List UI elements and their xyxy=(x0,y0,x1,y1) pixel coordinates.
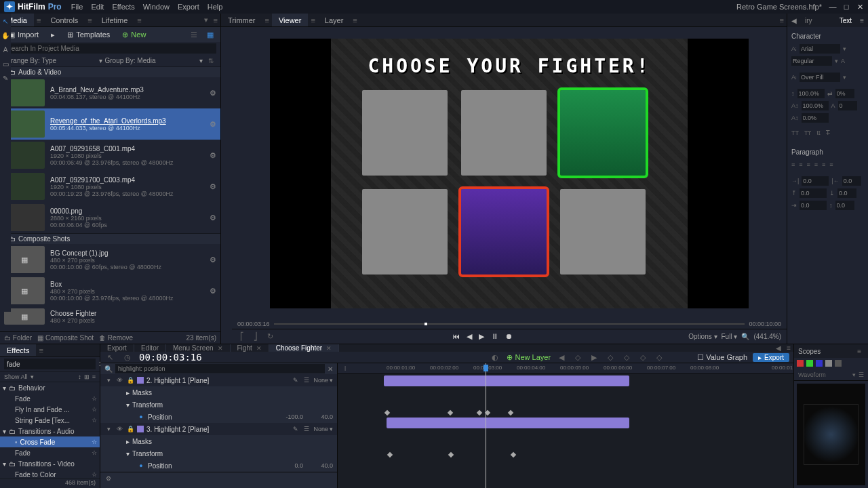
scope-mode-icon[interactable] xyxy=(835,360,842,367)
align-justify-icon[interactable]: ≡ xyxy=(822,161,825,168)
nav-back-icon[interactable]: ◀ xyxy=(773,344,784,352)
case-lower-icon[interactable]: tt xyxy=(817,129,821,136)
keyframe-toggle-icon[interactable]: ● xyxy=(137,413,145,420)
effects-item[interactable]: Fade to Color☆ xyxy=(0,469,100,479)
templates-button[interactable]: ⊞ Templates xyxy=(63,28,114,41)
sort-icon[interactable]: ⇅ xyxy=(205,57,216,64)
scope-blue-icon[interactable] xyxy=(816,360,823,367)
weight-select[interactable] xyxy=(791,56,832,66)
maximize-icon[interactable]: □ xyxy=(842,3,850,12)
lock-icon[interactable]: 🔒 xyxy=(126,377,134,384)
effects-search-input[interactable] xyxy=(4,359,96,369)
nav-back-icon[interactable]: ◀ xyxy=(787,17,801,24)
kf-tool-icon[interactable]: ◇ xyxy=(654,353,665,362)
bold-icon[interactable]: A xyxy=(841,58,845,64)
new-button[interactable]: ⊕ New xyxy=(118,28,150,41)
show-all-dropdown[interactable]: Show All xyxy=(4,373,28,380)
space-after-input[interactable] xyxy=(837,188,856,198)
favorite-icon[interactable]: ☆ xyxy=(92,417,97,424)
effects-item[interactable]: Fade☆ xyxy=(0,447,100,458)
scale-v-input[interactable] xyxy=(797,89,825,98)
gear-icon[interactable]: ⚙ xyxy=(210,182,216,191)
position-x-value[interactable]: -100.0 xyxy=(276,413,303,420)
media-item[interactable]: A_Brand_New_Adventure.mp3 00:04:08.137, … xyxy=(0,77,220,108)
property-row[interactable]: ● Position -100.0 40.0 xyxy=(100,411,337,423)
prev-kf-icon[interactable]: ◀ xyxy=(556,353,567,362)
menu-edit[interactable]: Edit xyxy=(91,3,104,11)
hand-tool-icon[interactable]: ✋ xyxy=(1,32,9,39)
keyframe[interactable] xyxy=(508,410,513,415)
keyframe[interactable] xyxy=(448,410,453,415)
zoom-icon[interactable]: 🔍 xyxy=(741,333,749,340)
group-by-select[interactable]: Group By: Media ▾ xyxy=(105,57,203,64)
layer-row[interactable]: ▾ 👁 🔒 2. Highlight 1 [Plane] ✎ ☰ None ▾ xyxy=(100,374,337,386)
clip-highlight-2[interactable] xyxy=(387,418,629,428)
tab-close-icon[interactable]: ✕ xyxy=(326,345,332,352)
favorite-icon[interactable]: ☆ xyxy=(92,439,97,445)
position-y-value[interactable]: 40.0 xyxy=(306,462,333,469)
stop-icon[interactable]: ⏺ xyxy=(505,332,513,341)
tab-grip-icon[interactable]: ≡ xyxy=(34,16,43,24)
tab-grip-icon[interactable]: ≡ xyxy=(350,16,359,24)
effects-item[interactable]: Fly In and Fade ...☆ xyxy=(0,404,100,415)
tab-editor[interactable]: Editor xyxy=(134,344,166,352)
timecode-display[interactable]: 00:00:03:16 xyxy=(139,352,202,363)
tab-history[interactable]: iry xyxy=(801,17,816,24)
effects-folder[interactable]: ▾🗀Transitions - Audio xyxy=(0,426,100,436)
menu-effects[interactable]: Effects xyxy=(112,3,134,11)
space-before-input[interactable] xyxy=(800,188,827,198)
minimize-icon[interactable]: — xyxy=(829,3,837,12)
gear-icon[interactable]: ⚙ xyxy=(210,89,216,98)
kf-tool-icon[interactable]: ◇ xyxy=(605,353,616,362)
scrub-track[interactable] xyxy=(274,323,745,325)
tab-grip-icon[interactable]: ≡ xyxy=(85,16,94,24)
favorite-icon[interactable]: ☆ xyxy=(92,449,97,456)
indent-left-input[interactable] xyxy=(802,176,829,186)
tab-export[interactable]: Export xyxy=(100,344,134,352)
viewer-canvas[interactable]: CHOOSE YOUR FIGHTER! xyxy=(270,39,749,308)
snap-icon[interactable]: ◐ xyxy=(489,353,501,362)
effects-folder[interactable]: ▾🗀Behavior xyxy=(0,382,100,393)
media-item[interactable]: A007_09291700_C003.mp4 1920 × 1080 pixel… xyxy=(0,171,220,202)
align-justify-icon[interactable]: ≡ xyxy=(829,161,833,168)
chevron-down-icon[interactable]: ▾ xyxy=(835,58,838,64)
first-line-input[interactable] xyxy=(800,201,827,210)
collapse-icon[interactable]: ▾ xyxy=(126,450,130,458)
collapse-icon[interactable]: ▾ xyxy=(104,377,113,384)
scope-luma-icon[interactable] xyxy=(825,360,832,367)
kf-tool-icon[interactable]: ◇ xyxy=(621,353,632,362)
prev-frame-icon[interactable]: ◀ xyxy=(467,332,472,341)
timeline-tracks[interactable]: | 00:00:01:00 00:00:02:00 00:00:03:00 00… xyxy=(338,363,793,488)
chevron-down-icon[interactable]: ▾ xyxy=(843,45,846,52)
media-item[interactable]: Revenge_of_the_Atari_Overlords.mp3 00:05… xyxy=(0,108,220,140)
panel-menu-icon[interactable]: ≡ xyxy=(784,344,793,352)
tab-effects[interactable]: Effects xyxy=(0,344,36,356)
panel-menu-icon[interactable]: ≡ xyxy=(854,348,864,355)
gear-icon[interactable]: ⚙ xyxy=(104,475,113,482)
tab-lifetime[interactable]: Lifetime xyxy=(95,14,135,26)
menu-help[interactable]: Help xyxy=(208,3,223,11)
section-audio-video[interactable]: ▾ 🗀 Audio & Video xyxy=(0,66,220,77)
property-row[interactable]: ▾ Transform xyxy=(100,399,337,411)
stopwatch-icon[interactable]: ◷ xyxy=(121,353,134,362)
keyframe-toggle-icon[interactable]: ● xyxy=(137,462,145,469)
fx-icon[interactable]: ☰ xyxy=(302,377,311,384)
effects-folder[interactable]: ▾🗀Transitions - Video xyxy=(0,458,100,469)
view-list-icon[interactable]: ☰ xyxy=(188,30,200,39)
gear-icon[interactable]: ⚙ xyxy=(210,120,216,129)
tab-close-icon[interactable]: ✕ xyxy=(256,345,262,352)
layer-filter-input[interactable] xyxy=(115,364,325,373)
play-icon[interactable]: ▶ xyxy=(479,332,484,341)
scope-settings-icon[interactable]: ☰ xyxy=(859,371,864,378)
media-item[interactable]: ▦ BG Concept (1).jpg 480 × 270 pixels 00… xyxy=(0,244,220,275)
options-dropdown[interactable]: Options ▾ xyxy=(688,333,717,340)
loop-icon[interactable]: ↻ xyxy=(264,332,276,341)
media-item[interactable]: ▦ Box 480 × 270 pixels 00:00:10:00 @ 23.… xyxy=(0,275,220,306)
text-tool-icon[interactable]: A xyxy=(3,46,8,54)
shape-tool-icon[interactable]: ▭ xyxy=(3,60,9,68)
tab-choose-fighter[interactable]: Choose Fighter✕ xyxy=(269,344,339,352)
clear-filter-icon[interactable]: ✕ xyxy=(328,365,333,373)
sort-icon[interactable]: ↕ xyxy=(78,373,81,380)
timeline-ruler[interactable]: | 00:00:01:00 00:00:02:00 00:00:03:00 00… xyxy=(338,363,793,374)
position-x-value[interactable]: 0.0 xyxy=(276,462,303,469)
